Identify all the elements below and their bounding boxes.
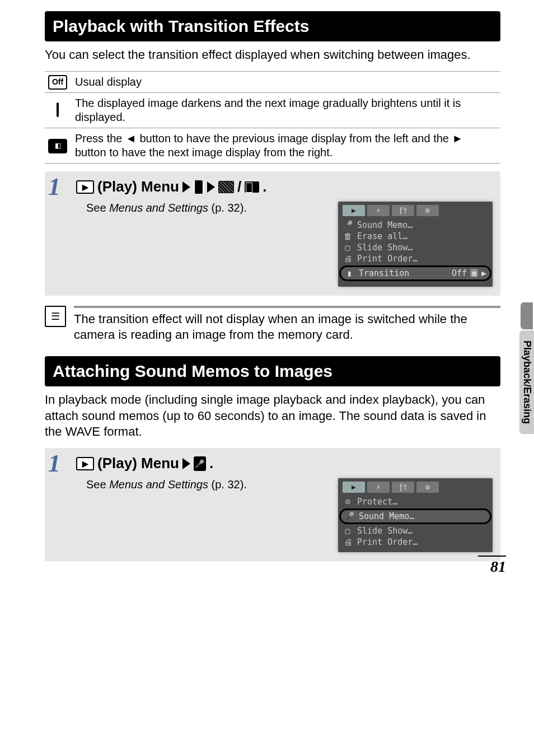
- slideshow-icon: ▢: [343, 242, 353, 253]
- step-see-ref-1: See Menus and Settings (p. 32).: [86, 202, 327, 214]
- arrow-left-icon: ◄: [125, 132, 137, 144]
- screen-tab-setup-icon-2: ƒ†: [392, 482, 414, 493]
- sound-memo-icon: 🎤: [194, 456, 206, 471]
- slideshow-icon-2: ▢: [343, 526, 353, 536]
- screen-tab-custom-icon-2: ⚙: [416, 482, 439, 493]
- transition-menu-icon: [194, 180, 204, 194]
- highlighted-transition-row: ▮Transition Off ▦ ▶: [339, 265, 491, 281]
- step-number-2: 1: [48, 451, 76, 476]
- mic-icon-2: 🎤: [344, 511, 354, 521]
- fade-chip-icon: ▦: [470, 269, 478, 277]
- hl-right-arrow-icon: ▶: [481, 268, 486, 278]
- intro-text-2: In playback mode (including single image…: [45, 392, 500, 440]
- section-heading-transition: Playback with Transition Effects: [45, 11, 500, 41]
- screen-tab-custom-icon: ⚙: [416, 205, 439, 216]
- step-number-1: 1: [48, 175, 76, 199]
- intro-text-1: You can select the transition effect dis…: [45, 47, 500, 63]
- erase-icon: 🗑: [343, 231, 353, 241]
- page-number: 81: [478, 556, 506, 576]
- note-icon: ☰: [45, 306, 66, 327]
- side-tab-label: Playback/Erasing: [519, 330, 534, 434]
- step-see-ref-2: See Menus and Settings (p. 32).: [86, 478, 327, 491]
- fade-option-icon: [218, 181, 234, 193]
- highlighted-sound-memo-row: 🎤Sound Memo…: [339, 508, 491, 524]
- print-icon: 🖨: [343, 254, 353, 264]
- step-title-1: ▶ (Play) Menu / .: [76, 178, 266, 195]
- slide-icon: ◧: [48, 139, 67, 153]
- section-heading-sound-memo: Attaching Sound Memos to Images: [45, 356, 500, 386]
- screen-tab-play-icon-2: ▶: [343, 482, 365, 493]
- play-mode-icon-2: ▶: [76, 457, 94, 470]
- nav-arrow-icon: [182, 181, 190, 193]
- step-box-1: 1 ▶ (Play) Menu / . See Menus and Settin…: [45, 171, 500, 296]
- off-icon: Off: [48, 75, 67, 90]
- play-mode-icon: ▶: [76, 180, 94, 194]
- nav-arrow-icon-3: [182, 458, 190, 469]
- note-text: The transition effect will not display w…: [74, 306, 500, 343]
- transition-options-table: Off Usual display The displayed image da…: [45, 71, 500, 164]
- side-tab: Playback/Erasing: [519, 302, 534, 434]
- screen-tab-tool-icon-2: ⚡: [367, 482, 390, 493]
- screen-tab-setup-icon: ƒ†: [392, 205, 414, 216]
- row-fade: The displayed image darkens and the next…: [71, 92, 500, 128]
- print-icon-2: 🖨: [343, 537, 353, 547]
- nav-arrow-icon-2: [207, 181, 215, 193]
- side-tab-stub: [521, 302, 533, 329]
- camera-screen-1: ▶ ⚡ ƒ† ⚙ 🎤Sound Memo… 🗑Erase all… ▢Slide…: [338, 202, 493, 287]
- protect-icon: ⊘: [343, 497, 353, 507]
- step-title-2: ▶ (Play) Menu 🎤 .: [76, 455, 213, 472]
- row-usual-display: Usual display: [71, 71, 500, 92]
- slide-option-icon: [245, 181, 259, 193]
- fade-icon: [57, 102, 59, 117]
- camera-screen-2: ▶ ⚡ ƒ† ⚙ ⊘Protect… 🎤Sound Memo… ▢Slide S…: [338, 478, 493, 552]
- screen-tab-tool-icon: ⚡: [367, 205, 390, 216]
- screen-tab-play-icon: ▶: [343, 205, 365, 216]
- mic-icon: 🎤: [343, 220, 353, 230]
- row-slide: Press the ◄ button to have the previous …: [71, 128, 500, 163]
- transition-icon: ▮: [344, 268, 354, 278]
- arrow-right-icon: ►: [452, 132, 463, 144]
- step-box-2: 1 ▶ (Play) Menu 🎤 . See Menus and Settin…: [45, 448, 500, 561]
